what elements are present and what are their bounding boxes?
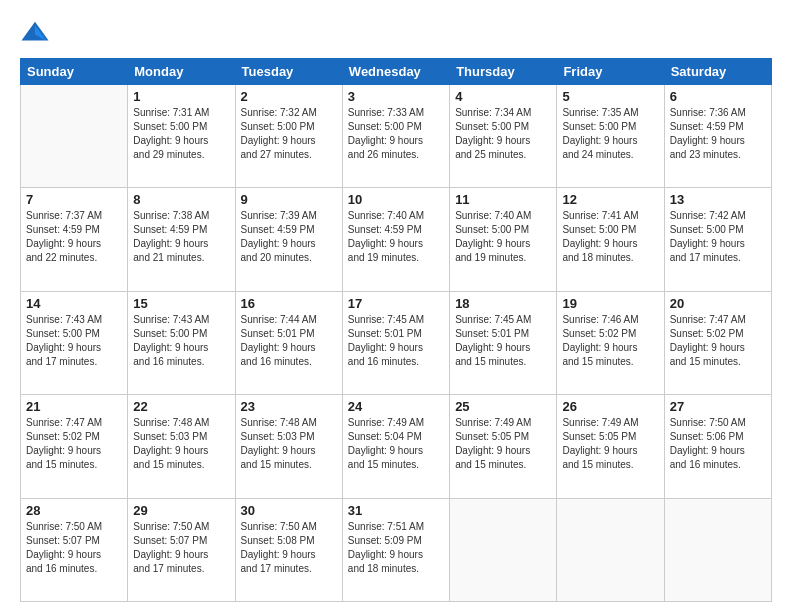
day-info: Sunrise: 7:38 AMSunset: 4:59 PMDaylight:… [133, 209, 229, 265]
calendar-week-row: 28Sunrise: 7:50 AMSunset: 5:07 PMDayligh… [21, 498, 772, 601]
calendar-cell: 4Sunrise: 7:34 AMSunset: 5:00 PMDaylight… [450, 85, 557, 188]
day-info: Sunrise: 7:32 AMSunset: 5:00 PMDaylight:… [241, 106, 337, 162]
day-number: 1 [133, 89, 229, 104]
day-info: Sunrise: 7:40 AMSunset: 5:00 PMDaylight:… [455, 209, 551, 265]
day-info: Sunrise: 7:48 AMSunset: 5:03 PMDaylight:… [133, 416, 229, 472]
day-number: 18 [455, 296, 551, 311]
day-number: 23 [241, 399, 337, 414]
calendar-cell: 11Sunrise: 7:40 AMSunset: 5:00 PMDayligh… [450, 188, 557, 291]
day-info: Sunrise: 7:36 AMSunset: 4:59 PMDaylight:… [670, 106, 766, 162]
day-info: Sunrise: 7:50 AMSunset: 5:07 PMDaylight:… [133, 520, 229, 576]
day-number: 20 [670, 296, 766, 311]
calendar-cell: 24Sunrise: 7:49 AMSunset: 5:04 PMDayligh… [342, 395, 449, 498]
calendar-cell: 22Sunrise: 7:48 AMSunset: 5:03 PMDayligh… [128, 395, 235, 498]
day-info: Sunrise: 7:40 AMSunset: 4:59 PMDaylight:… [348, 209, 444, 265]
day-info: Sunrise: 7:45 AMSunset: 5:01 PMDaylight:… [455, 313, 551, 369]
day-number: 24 [348, 399, 444, 414]
logo-icon [20, 18, 50, 48]
day-number: 12 [562, 192, 658, 207]
day-info: Sunrise: 7:46 AMSunset: 5:02 PMDaylight:… [562, 313, 658, 369]
day-info: Sunrise: 7:48 AMSunset: 5:03 PMDaylight:… [241, 416, 337, 472]
day-number: 29 [133, 503, 229, 518]
day-header-tuesday: Tuesday [235, 59, 342, 85]
calendar-cell: 25Sunrise: 7:49 AMSunset: 5:05 PMDayligh… [450, 395, 557, 498]
day-info: Sunrise: 7:49 AMSunset: 5:05 PMDaylight:… [562, 416, 658, 472]
day-number: 10 [348, 192, 444, 207]
day-number: 14 [26, 296, 122, 311]
day-number: 5 [562, 89, 658, 104]
calendar-cell: 10Sunrise: 7:40 AMSunset: 4:59 PMDayligh… [342, 188, 449, 291]
calendar-header-row: SundayMondayTuesdayWednesdayThursdayFrid… [21, 59, 772, 85]
calendar-week-row: 14Sunrise: 7:43 AMSunset: 5:00 PMDayligh… [21, 291, 772, 394]
calendar-cell: 28Sunrise: 7:50 AMSunset: 5:07 PMDayligh… [21, 498, 128, 601]
day-number: 16 [241, 296, 337, 311]
day-header-sunday: Sunday [21, 59, 128, 85]
day-info: Sunrise: 7:35 AMSunset: 5:00 PMDaylight:… [562, 106, 658, 162]
day-number: 4 [455, 89, 551, 104]
day-number: 28 [26, 503, 122, 518]
day-info: Sunrise: 7:47 AMSunset: 5:02 PMDaylight:… [670, 313, 766, 369]
calendar-week-row: 21Sunrise: 7:47 AMSunset: 5:02 PMDayligh… [21, 395, 772, 498]
calendar-cell [664, 498, 771, 601]
day-info: Sunrise: 7:43 AMSunset: 5:00 PMDaylight:… [133, 313, 229, 369]
day-number: 8 [133, 192, 229, 207]
day-number: 19 [562, 296, 658, 311]
day-number: 2 [241, 89, 337, 104]
day-number: 6 [670, 89, 766, 104]
day-number: 31 [348, 503, 444, 518]
calendar-cell: 30Sunrise: 7:50 AMSunset: 5:08 PMDayligh… [235, 498, 342, 601]
calendar-week-row: 7Sunrise: 7:37 AMSunset: 4:59 PMDaylight… [21, 188, 772, 291]
day-number: 3 [348, 89, 444, 104]
calendar-cell: 16Sunrise: 7:44 AMSunset: 5:01 PMDayligh… [235, 291, 342, 394]
calendar-table: SundayMondayTuesdayWednesdayThursdayFrid… [20, 58, 772, 602]
logo [20, 18, 56, 48]
day-info: Sunrise: 7:49 AMSunset: 5:04 PMDaylight:… [348, 416, 444, 472]
day-info: Sunrise: 7:43 AMSunset: 5:00 PMDaylight:… [26, 313, 122, 369]
calendar-cell: 14Sunrise: 7:43 AMSunset: 5:00 PMDayligh… [21, 291, 128, 394]
day-header-monday: Monday [128, 59, 235, 85]
day-info: Sunrise: 7:47 AMSunset: 5:02 PMDaylight:… [26, 416, 122, 472]
calendar-cell [450, 498, 557, 601]
header [20, 18, 772, 48]
calendar-cell: 29Sunrise: 7:50 AMSunset: 5:07 PMDayligh… [128, 498, 235, 601]
day-header-thursday: Thursday [450, 59, 557, 85]
calendar-cell: 2Sunrise: 7:32 AMSunset: 5:00 PMDaylight… [235, 85, 342, 188]
day-header-friday: Friday [557, 59, 664, 85]
day-info: Sunrise: 7:44 AMSunset: 5:01 PMDaylight:… [241, 313, 337, 369]
calendar-cell: 26Sunrise: 7:49 AMSunset: 5:05 PMDayligh… [557, 395, 664, 498]
day-info: Sunrise: 7:33 AMSunset: 5:00 PMDaylight:… [348, 106, 444, 162]
day-number: 27 [670, 399, 766, 414]
day-header-wednesday: Wednesday [342, 59, 449, 85]
day-info: Sunrise: 7:41 AMSunset: 5:00 PMDaylight:… [562, 209, 658, 265]
day-info: Sunrise: 7:51 AMSunset: 5:09 PMDaylight:… [348, 520, 444, 576]
calendar-cell: 21Sunrise: 7:47 AMSunset: 5:02 PMDayligh… [21, 395, 128, 498]
day-info: Sunrise: 7:39 AMSunset: 4:59 PMDaylight:… [241, 209, 337, 265]
day-info: Sunrise: 7:37 AMSunset: 4:59 PMDaylight:… [26, 209, 122, 265]
calendar-week-row: 1Sunrise: 7:31 AMSunset: 5:00 PMDaylight… [21, 85, 772, 188]
day-info: Sunrise: 7:50 AMSunset: 5:06 PMDaylight:… [670, 416, 766, 472]
calendar-cell: 12Sunrise: 7:41 AMSunset: 5:00 PMDayligh… [557, 188, 664, 291]
day-number: 7 [26, 192, 122, 207]
day-info: Sunrise: 7:34 AMSunset: 5:00 PMDaylight:… [455, 106, 551, 162]
day-number: 13 [670, 192, 766, 207]
day-number: 9 [241, 192, 337, 207]
day-info: Sunrise: 7:42 AMSunset: 5:00 PMDaylight:… [670, 209, 766, 265]
day-number: 21 [26, 399, 122, 414]
calendar-cell: 31Sunrise: 7:51 AMSunset: 5:09 PMDayligh… [342, 498, 449, 601]
day-number: 26 [562, 399, 658, 414]
calendar-cell: 23Sunrise: 7:48 AMSunset: 5:03 PMDayligh… [235, 395, 342, 498]
day-number: 11 [455, 192, 551, 207]
day-number: 17 [348, 296, 444, 311]
calendar-cell: 9Sunrise: 7:39 AMSunset: 4:59 PMDaylight… [235, 188, 342, 291]
day-number: 22 [133, 399, 229, 414]
calendar-cell: 8Sunrise: 7:38 AMSunset: 4:59 PMDaylight… [128, 188, 235, 291]
page: SundayMondayTuesdayWednesdayThursdayFrid… [0, 0, 792, 612]
day-info: Sunrise: 7:50 AMSunset: 5:08 PMDaylight:… [241, 520, 337, 576]
calendar-cell: 13Sunrise: 7:42 AMSunset: 5:00 PMDayligh… [664, 188, 771, 291]
day-info: Sunrise: 7:31 AMSunset: 5:00 PMDaylight:… [133, 106, 229, 162]
day-info: Sunrise: 7:45 AMSunset: 5:01 PMDaylight:… [348, 313, 444, 369]
calendar-cell: 5Sunrise: 7:35 AMSunset: 5:00 PMDaylight… [557, 85, 664, 188]
calendar-cell [21, 85, 128, 188]
day-number: 15 [133, 296, 229, 311]
calendar-cell: 1Sunrise: 7:31 AMSunset: 5:00 PMDaylight… [128, 85, 235, 188]
